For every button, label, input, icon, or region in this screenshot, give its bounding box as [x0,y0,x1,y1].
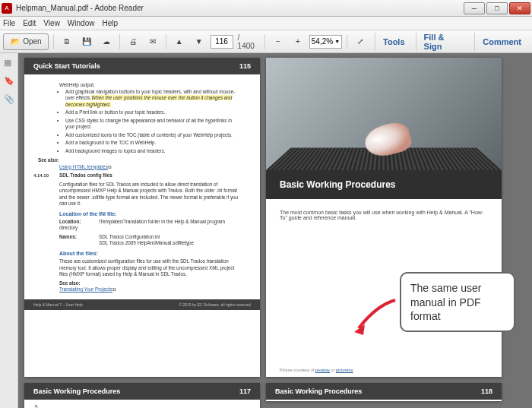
plus-icon: + [293,36,303,47]
title-bar: A Helpman_Manual.pdf - Adobe Reader ─ □ … [0,0,532,17]
arrow-down-icon: ▼ [194,36,204,47]
save-icon: 💾 [81,36,92,47]
open-button[interactable]: 📂 Open [3,33,49,50]
page-number-input[interactable] [211,35,233,49]
menu-edit[interactable]: Edit [23,19,36,27]
section-title: SDL Trados config files [59,172,112,178]
maximize-button[interactable]: □ [486,2,508,14]
menu-help[interactable]: Help [102,19,118,27]
value: SDL Trados Configuration.ini [99,234,160,239]
heading: Location of the INI file: [59,210,242,217]
list-item: Add customized icons to the TOC (table o… [65,132,242,139]
minus-icon: − [273,36,283,47]
see-also: See also: [59,280,81,286]
hero-image [266,58,502,170]
print-icon: 🖨 [128,36,138,47]
page-number: 118 [481,387,492,395]
page-number: 115 [239,62,251,70]
label: Location: [59,219,99,226]
footer-right: © 2015 by EC Software, all rights reserv… [179,302,251,307]
cloud-button[interactable]: ☁ [98,33,115,50]
list-item: Add a Print link or button to your topic… [65,109,242,116]
separator [264,34,265,49]
create-pdf-button[interactable]: 🗎 [59,33,75,50]
email-button[interactable]: ✉ [144,33,161,50]
link-html-templates[interactable]: Using HTML templates [59,164,108,169]
menu-window[interactable]: Window [68,19,95,27]
window-title: Helpman_Manual.pdf - Adobe Reader [16,4,462,12]
annotation-arrow-icon [350,294,403,340]
minimize-button[interactable]: ─ [464,2,485,14]
zoom-level[interactable]: 54,2%▼ [309,35,342,49]
zoom-out-button[interactable]: − [270,33,287,50]
side-panel: ▦ 🔖 📎 [0,53,18,408]
section-number: 5 [35,404,38,408]
read-mode-button[interactable]: ⤢ [352,33,369,50]
see-also: See also: [38,157,59,163]
label: Names: [59,234,99,241]
cloud-icon: ☁ [101,36,112,47]
folder-icon: 📂 [10,36,20,47]
photo-credit: Picture courtesy of pixabay or pictureno [266,363,502,377]
tools-button[interactable]: Tools [375,33,413,51]
list-item: Add a background to the TOC in WebHelp. [65,140,242,147]
link-translating[interactable]: Translating Your Projects [59,286,112,292]
toolbar: 📂 Open 🗎 💾 ☁ 🖨 ✉ ▲ ▼ / 1400 − + 54,2%▼ ⤢… [0,30,532,53]
separator [119,34,120,49]
arrow-up-icon: ▲ [174,36,185,47]
page-title: Basic Working Procedures [275,387,362,395]
footer-left: Help & Manual 7 – User Help [33,302,83,307]
chevron-down-icon: ▼ [334,39,340,44]
separator [53,34,54,49]
separator [347,34,347,49]
document-area[interactable]: Quick Start Tutorials115 WebHelp output.… [18,53,532,408]
save-button[interactable]: 💾 [78,33,95,50]
list-item: Add graphical navigation buttons to your… [65,89,242,109]
text: These are customized configuration files… [59,258,242,278]
close-button[interactable]: ✕ [509,2,530,14]
separator [166,34,166,49]
list-item: Use CSS styles to change the appearance … [65,118,242,131]
expand-icon: ⤢ [355,36,366,47]
pdf-page-118: Basic Working Procedures118 [266,383,502,401]
mail-icon: ✉ [147,36,158,47]
section-number: 4.14.10 [33,172,49,179]
chapter-title: Basic Working Procedures [266,170,502,199]
prev-page-button[interactable]: ▲ [171,33,188,50]
pdf-page-117: Basic Working Procedures117 5 Basic Work… [24,383,260,408]
thumbnails-icon[interactable]: ▦ [4,58,14,68]
attachment-icon[interactable]: 📎 [4,94,14,105]
text: WebHelp output. [59,82,242,89]
comment-button[interactable]: Comment [474,33,529,51]
heading: About the files: [59,250,242,257]
pdf-page-115: Quick Start Tutorials115 WebHelp output.… [24,58,260,377]
next-page-button[interactable]: ▼ [191,33,207,50]
page-number: 117 [239,387,251,395]
pdf-icon: 🗎 [62,36,72,47]
menu-view[interactable]: View [43,19,60,27]
menu-bar: File Edit View Window Help [0,17,532,30]
page-title: Quick Start Tutorials [33,62,100,70]
zoom-in-button[interactable]: + [290,33,306,50]
text: Configuration files for SDL Trados are i… [59,182,242,207]
bookmark-icon[interactable]: 🔖 [4,76,14,87]
annotation-callout: The same user manual in PDF format [400,272,515,332]
value: SDL Trados 2009 HelpAndManual.sdlfiletyp… [99,240,194,245]
bullet-list: Add graphical navigation buttons to your… [65,89,242,155]
app-icon: A [2,3,12,14]
open-label: Open [23,37,41,46]
page-total: / 1400 [238,33,258,50]
page-title: Basic Working Procedures [33,387,120,395]
list-item: Add background images to topics and head… [65,148,242,155]
fill-sign-button[interactable]: Fill & Sign [416,33,472,51]
menu-file[interactable]: File [3,19,15,27]
print-button[interactable]: 🖨 [125,33,141,50]
